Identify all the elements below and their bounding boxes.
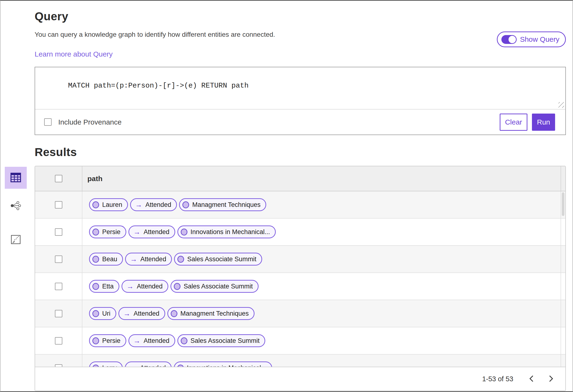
arrow-right-icon: → bbox=[130, 364, 137, 367]
node-pill[interactable]: Innovations in Mechanical... bbox=[177, 225, 276, 238]
edge-pill[interactable]: →Attended bbox=[130, 198, 177, 211]
query-panel-footer: Include Provenance Clear Run bbox=[35, 109, 565, 135]
node-icon bbox=[174, 283, 180, 290]
table-view-icon bbox=[10, 172, 21, 183]
toggle-knob bbox=[509, 36, 516, 43]
query-panel: MATCH path=(p:Person)-[r]->(e) RETURN pa… bbox=[35, 67, 566, 135]
page-description: You can query a knowledge graph to ident… bbox=[35, 30, 275, 38]
clear-button[interactable]: Clear bbox=[500, 114, 527, 131]
learn-more-link[interactable]: Learn more about Query bbox=[35, 50, 113, 58]
edge-pill[interactable]: →Attended bbox=[128, 334, 175, 347]
chart-view-icon bbox=[11, 235, 20, 245]
node-pill[interactable]: Sales Associate Summit bbox=[170, 280, 259, 293]
edge-pill[interactable]: →Attended bbox=[125, 361, 172, 367]
table-row: Persie →Attended Sales Associate Summit bbox=[35, 327, 565, 355]
row-checkbox[interactable] bbox=[55, 201, 62, 208]
show-query-label: Show Query bbox=[520, 35, 559, 43]
node-icon bbox=[92, 201, 99, 208]
arrow-right-icon: → bbox=[130, 256, 137, 263]
table-row: Etta →Attended Sales Associate Summit bbox=[35, 273, 565, 300]
row-checkbox[interactable] bbox=[55, 364, 62, 367]
header-row: You can query a knowledge graph to ident… bbox=[35, 30, 566, 47]
toggle-on-icon[interactable] bbox=[501, 35, 517, 44]
node-pill[interactable]: Managment Techniques bbox=[179, 198, 266, 211]
table-row: Beau →Attended Sales Associate Summit bbox=[35, 246, 565, 273]
row-checkbox[interactable] bbox=[55, 256, 62, 263]
include-provenance-checkbox[interactable] bbox=[44, 118, 52, 126]
node-icon bbox=[177, 365, 184, 367]
chart-view-button[interactable] bbox=[5, 229, 27, 251]
node-icon bbox=[177, 256, 184, 263]
query-text: MATCH path=(p:Person)-[r]->(e) RETURN pa… bbox=[68, 82, 249, 90]
next-page-button[interactable] bbox=[546, 374, 556, 384]
node-icon bbox=[92, 229, 99, 236]
arrow-right-icon: → bbox=[135, 201, 142, 208]
node-pill[interactable]: Persie bbox=[89, 334, 126, 347]
node-icon bbox=[182, 201, 189, 208]
graph-view-button[interactable] bbox=[5, 195, 27, 217]
graph-view-icon bbox=[10, 201, 21, 211]
pagination-range: 1-53 of 53 bbox=[482, 375, 513, 383]
table-scrollbar[interactable] bbox=[561, 191, 565, 367]
node-pill[interactable]: Persie bbox=[89, 225, 126, 238]
node-pill[interactable]: Sales Associate Summit bbox=[177, 334, 266, 347]
node-pill[interactable]: Larry bbox=[89, 361, 123, 367]
previous-page-button[interactable] bbox=[527, 374, 536, 384]
node-pill[interactable]: Etta bbox=[89, 280, 119, 293]
arrow-right-icon: → bbox=[124, 310, 131, 317]
node-icon bbox=[181, 337, 187, 344]
resize-handle[interactable] bbox=[558, 102, 564, 108]
run-button[interactable]: Run bbox=[532, 114, 555, 131]
view-mode-sidebar bbox=[0, 166, 35, 251]
node-pill[interactable]: Uri bbox=[89, 307, 116, 320]
node-pill[interactable]: Beau bbox=[89, 253, 123, 266]
table-row: Larry →Attended Innovations in Mechanica… bbox=[35, 355, 565, 367]
row-checkbox[interactable] bbox=[55, 283, 62, 290]
node-icon bbox=[171, 310, 177, 317]
arrow-right-icon: → bbox=[133, 228, 141, 236]
row-checkbox[interactable] bbox=[55, 310, 62, 317]
edge-pill[interactable]: →Attended bbox=[125, 253, 172, 266]
edge-pill[interactable]: →Attended bbox=[128, 225, 175, 238]
column-header-path: path bbox=[82, 166, 561, 191]
table-header-row: path bbox=[35, 166, 565, 191]
table-view-button[interactable] bbox=[5, 167, 27, 189]
chevron-right-icon bbox=[548, 375, 554, 383]
node-icon bbox=[92, 365, 99, 367]
query-page: Query You can query a knowledge graph to… bbox=[0, 0, 573, 392]
arrow-right-icon: → bbox=[133, 337, 141, 344]
row-checkbox[interactable] bbox=[55, 228, 62, 236]
results-section: path Lauren →Attended Managment Techniqu… bbox=[0, 166, 573, 391]
arrow-right-icon: → bbox=[126, 283, 134, 290]
table-row: Lauren →Attended Managment Techniques bbox=[35, 191, 565, 219]
pagination-bar: 1-53 of 53 bbox=[35, 367, 565, 391]
node-icon bbox=[92, 337, 99, 344]
node-icon bbox=[92, 310, 99, 317]
select-all-checkbox[interactable] bbox=[55, 175, 62, 182]
results-table: path Lauren →Attended Managment Techniqu… bbox=[35, 166, 566, 391]
edge-pill[interactable]: →Attended bbox=[118, 307, 165, 320]
node-icon bbox=[92, 256, 99, 263]
row-checkbox[interactable] bbox=[55, 337, 62, 344]
table-body: Lauren →Attended Managment Techniques Pe… bbox=[35, 191, 565, 367]
node-icon bbox=[181, 229, 187, 236]
include-provenance-label: Include Provenance bbox=[58, 118, 122, 126]
query-editor[interactable]: MATCH path=(p:Person)-[r]->(e) RETURN pa… bbox=[35, 67, 565, 109]
node-pill[interactable]: Sales Associate Summit bbox=[174, 253, 262, 266]
table-row: Uri →Attended Managment Techniques bbox=[35, 300, 565, 327]
scrollbar-thumb[interactable] bbox=[562, 192, 564, 216]
edge-pill[interactable]: →Attended bbox=[122, 280, 168, 293]
page-title: Query bbox=[35, 10, 566, 23]
show-query-toggle[interactable]: Show Query bbox=[497, 32, 566, 47]
scrollbar-header-gutter bbox=[561, 166, 565, 191]
results-title: Results bbox=[35, 146, 566, 159]
node-pill[interactable]: Lauren bbox=[89, 198, 128, 211]
node-icon bbox=[92, 283, 99, 290]
node-pill[interactable]: Innovations in Mechanical... bbox=[174, 361, 272, 367]
chevron-left-icon bbox=[529, 375, 534, 383]
table-row: Persie →Attended Innovations in Mechanic… bbox=[35, 219, 565, 246]
node-pill[interactable]: Managment Techniques bbox=[167, 307, 254, 320]
